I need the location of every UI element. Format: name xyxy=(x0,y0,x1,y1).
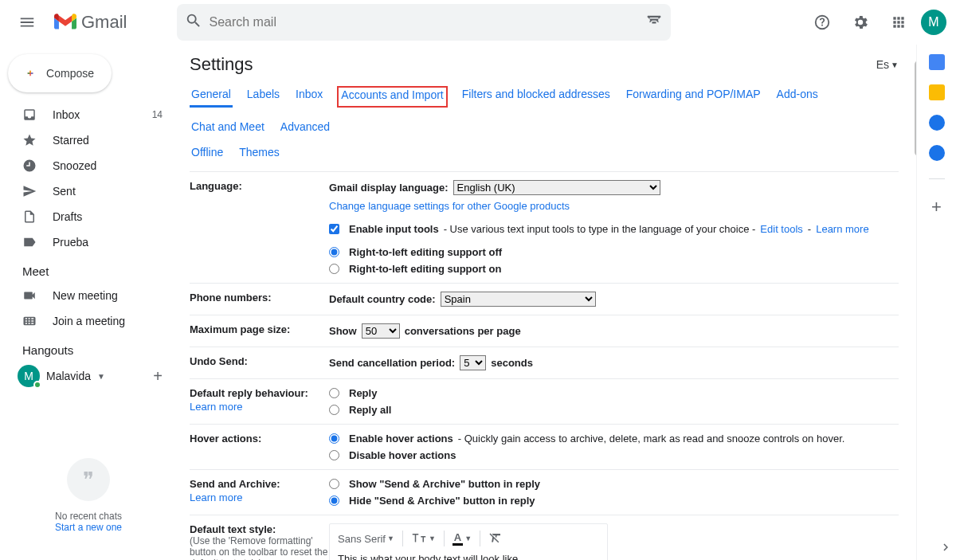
reply-all-radio[interactable] xyxy=(329,405,339,415)
support-button[interactable] xyxy=(806,6,838,38)
inbox-count: 14 xyxy=(152,109,163,120)
font-family-select[interactable]: Sans Serif ▼ xyxy=(338,533,394,545)
hide-send-archive-radio[interactable] xyxy=(329,495,339,506)
edit-tools-link[interactable]: Edit tools xyxy=(760,223,802,235)
settings-title: Settings xyxy=(190,54,253,75)
tab-labels[interactable]: Labels xyxy=(245,86,281,108)
cancellation-label: Send cancellation period: xyxy=(329,357,455,369)
start-new-chat-link[interactable]: Start a new one xyxy=(21,522,156,533)
rtl-on-radio[interactable] xyxy=(329,264,339,274)
main-menu-button[interactable] xyxy=(10,5,45,40)
video-icon xyxy=(22,288,38,303)
tab-chat-meet[interactable]: Chat and Meet xyxy=(190,119,266,138)
compose-label: Compose xyxy=(46,67,94,80)
sidebar-item-inbox[interactable]: Inbox 14 xyxy=(5,102,172,127)
tab-advanced[interactable]: Advanced xyxy=(279,119,331,138)
country-code-label: Default country code: xyxy=(329,293,436,305)
hamburger-icon xyxy=(18,14,36,31)
tab-accounts-import[interactable]: Accounts and Import xyxy=(337,86,447,108)
get-addons-button[interactable]: + xyxy=(931,197,942,217)
row-undo-send: Undo Send: Send cancellation period: 5 s… xyxy=(190,347,899,379)
contacts-app-icon[interactable] xyxy=(929,145,945,161)
change-language-link[interactable]: Change language settings for other Googl… xyxy=(329,200,570,212)
tab-themes[interactable]: Themes xyxy=(237,144,281,163)
row-reply-behaviour: Default reply behaviour: Learn more Repl… xyxy=(190,379,899,425)
tab-filters[interactable]: Filters and blocked addresses xyxy=(460,86,612,108)
sidebar-item-drafts[interactable]: Drafts xyxy=(5,204,172,229)
hangouts-username: Malavida xyxy=(46,370,91,382)
apps-button[interactable] xyxy=(883,6,915,38)
presence-indicator xyxy=(33,381,41,389)
enable-input-tools-desc: - Use various text input tools to type i… xyxy=(444,223,756,235)
font-size-button[interactable]: ▼ xyxy=(411,531,436,546)
row-send-archive: Send and Archive: Learn more Show "Send … xyxy=(190,470,899,515)
compose-icon xyxy=(25,61,35,86)
disable-hover-radio[interactable] xyxy=(329,450,339,460)
enable-hover-radio[interactable] xyxy=(329,433,339,444)
settings-body[interactable]: Language: Gmail display language: Englis… xyxy=(190,171,899,560)
display-language-label: Gmail display language: xyxy=(329,182,449,194)
nav-label: New meeting xyxy=(53,289,118,302)
side-panel: + xyxy=(916,45,956,560)
draft-icon xyxy=(22,210,38,224)
hangouts-user[interactable]: M Malavida ▼ + xyxy=(5,362,172,390)
nav-label: Sent xyxy=(53,185,76,198)
search-icon[interactable] xyxy=(185,12,202,32)
help-icon xyxy=(813,14,831,31)
settings-tabs: General Labels Inbox Accounts and Import… xyxy=(190,75,899,141)
chevron-down-icon: ▼ xyxy=(891,61,899,69)
nav-label: Inbox xyxy=(53,108,80,121)
learn-more-link[interactable]: Learn more xyxy=(816,223,868,235)
tab-inbox[interactable]: Inbox xyxy=(294,86,324,108)
display-language-select[interactable]: English (UK) xyxy=(453,180,660,195)
compose-button[interactable]: Compose xyxy=(8,54,112,92)
remove-formatting-button[interactable] xyxy=(488,531,503,546)
search-input[interactable] xyxy=(202,15,645,29)
keep-app-icon[interactable] xyxy=(929,84,945,100)
enable-input-tools-checkbox[interactable] xyxy=(329,224,339,234)
page-size-select[interactable]: 50 xyxy=(362,323,400,339)
hangouts-add-button[interactable]: + xyxy=(153,367,163,386)
tab-forwarding[interactable]: Forwarding and POP/IMAP xyxy=(625,86,762,108)
text-size-icon xyxy=(411,531,427,546)
side-panel-toggle[interactable] xyxy=(938,540,953,557)
gmail-logo[interactable]: Gmail xyxy=(48,12,133,33)
apps-icon xyxy=(891,14,907,30)
inbox-icon xyxy=(22,108,38,122)
sidebar-item-starred[interactable]: Starred xyxy=(5,127,172,153)
sidebar-item-snoozed[interactable]: Snoozed xyxy=(5,153,172,178)
meet-new-meeting[interactable]: New meeting xyxy=(5,283,172,308)
undo-period-select[interactable]: 5 xyxy=(460,355,486,370)
sidebar: Compose Inbox 14 Starred Snoozed Sent xyxy=(0,45,172,560)
rtl-off-radio[interactable] xyxy=(329,247,339,257)
sidebar-item-prueba[interactable]: Prueba xyxy=(5,229,172,255)
tab-offline[interactable]: Offline xyxy=(190,144,225,163)
tab-general[interactable]: General xyxy=(190,86,233,108)
separator xyxy=(929,178,945,179)
search-options-icon[interactable] xyxy=(645,12,663,32)
chevron-down-icon[interactable]: ▼ xyxy=(97,372,105,381)
label-icon xyxy=(22,235,38,249)
calendar-app-icon[interactable] xyxy=(929,54,945,70)
tab-addons[interactable]: Add-ons xyxy=(775,86,820,108)
nav-label: Prueba xyxy=(53,236,88,249)
chevron-right-icon xyxy=(938,540,953,554)
learn-more-link[interactable]: Learn more xyxy=(190,491,329,503)
nav-label: Snoozed xyxy=(53,159,96,172)
learn-more-link[interactable]: Learn more xyxy=(190,401,329,413)
sidebar-item-sent[interactable]: Sent xyxy=(5,178,172,204)
row-label: Maximum page size: xyxy=(190,323,329,339)
ui-language-switcher[interactable]: Es ▼ xyxy=(876,58,899,71)
account-avatar[interactable]: M xyxy=(921,10,946,35)
quote-icon: ❞ xyxy=(67,458,110,501)
seconds-label: seconds xyxy=(491,357,533,369)
show-send-archive-radio[interactable] xyxy=(329,479,339,489)
gear-icon xyxy=(852,14,869,31)
settings-button[interactable] xyxy=(844,6,876,38)
reply-radio[interactable] xyxy=(329,388,339,398)
text-color-button[interactable]: A ▼ xyxy=(453,531,472,546)
row-phone: Phone numbers: Default country code: Spa… xyxy=(190,284,899,315)
meet-join-meeting[interactable]: Join a meeting xyxy=(5,308,172,334)
country-code-select[interactable]: Spain xyxy=(441,292,596,307)
tasks-app-icon[interactable] xyxy=(929,115,945,131)
